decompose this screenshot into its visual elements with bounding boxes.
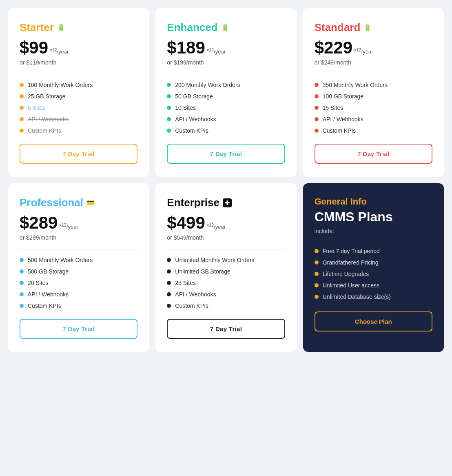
enhanced-price-alt: or $199/month	[167, 59, 285, 66]
dot-icon	[20, 258, 24, 262]
dot-icon	[315, 272, 319, 276]
professional-name-text: Professional	[20, 196, 83, 209]
pricing-grid: Starter 🔋 $99 x12/year or $119/month 100…	[8, 8, 444, 352]
list-item: API / Webhooks	[315, 116, 432, 122]
list-item: API / Webhooks	[167, 291, 285, 298]
enterprise-price-suffix: x12/year	[207, 222, 226, 230]
sites-link[interactable]: 5 Sites	[28, 105, 45, 111]
list-item: Free 7 day Trial period	[315, 248, 432, 254]
starter-divider	[20, 74, 137, 74]
list-item: Custom KPIs	[20, 303, 137, 309]
professional-price: $289	[20, 213, 58, 233]
professional-price-row: $289 x12/year	[20, 213, 137, 233]
dot-icon	[167, 117, 171, 121]
list-item: 100 GB Storage	[315, 93, 432, 100]
dot-icon	[167, 129, 171, 133]
enterprise-divider	[167, 249, 285, 249]
starter-price-alt: or $119/month	[20, 59, 137, 66]
professional-divider	[20, 249, 137, 249]
dot-icon	[20, 292, 24, 296]
professional-trial-button[interactable]: 7 Day Trial	[20, 319, 137, 339]
list-item: 25 GB Storage	[20, 93, 137, 100]
dot-icon	[167, 292, 171, 296]
dot-icon	[167, 269, 171, 274]
dot-icon	[20, 94, 24, 98]
starter-price-suffix: x12/year	[50, 47, 69, 55]
list-item: 5 Sites	[20, 105, 137, 111]
list-item: 15 Sites	[315, 105, 432, 111]
choose-plan-button[interactable]: Choose Plan	[315, 311, 432, 331]
list-item: 200 Monthly Work Orders	[167, 82, 285, 88]
standard-icon: 🔋	[363, 24, 372, 31]
dot-icon	[20, 304, 24, 308]
enhanced-name-text: Enhanced	[167, 21, 217, 34]
enterprise-plan-name: Enterprise ✚	[167, 196, 285, 209]
starter-name-text: Starter	[20, 21, 54, 34]
list-item: API / Webhooks	[20, 291, 137, 298]
professional-plan-name: Professional 💳	[20, 196, 137, 209]
enhanced-divider	[167, 74, 285, 74]
standard-price-row: $229 x12/year	[315, 38, 432, 58]
dot-icon	[20, 117, 24, 121]
professional-card: Professional 💳 $289 x12/year or $299/mon…	[8, 183, 149, 352]
general-info-features: Free 7 day Trial period Grandfathered Pr…	[315, 248, 432, 300]
enhanced-card: Enhanced 🔋 $189 x12/year or $199/month 2…	[155, 8, 296, 177]
standard-price: $229	[315, 38, 352, 58]
enterprise-features: Unlimited Monthly Work Orders Unlimited …	[167, 257, 285, 309]
list-item: Unlimited GB Storage	[167, 268, 285, 275]
dot-icon	[20, 106, 24, 110]
list-item: 500 GB Storage	[20, 268, 137, 275]
list-item: API / Webhooks	[20, 116, 137, 122]
enhanced-price-row: $189 x12/year	[167, 38, 285, 58]
enterprise-icon: ✚	[223, 198, 232, 207]
professional-price-alt: or $299/month	[20, 234, 137, 241]
starter-price: $99	[20, 38, 48, 58]
list-item: 10 Sites	[167, 105, 285, 111]
list-item: 350 Monthly Work Orders	[315, 82, 432, 88]
enterprise-price: $499	[167, 213, 205, 233]
enhanced-price-suffix: x12/year	[207, 47, 226, 55]
enterprise-card: Enterprise ✚ $499 x12/year or $549/month…	[155, 183, 296, 352]
enterprise-price-alt: or $549/month	[167, 234, 285, 241]
dot-icon	[315, 249, 319, 253]
list-item: Lifetime Upgrades	[315, 271, 432, 277]
professional-price-suffix: x12/year	[59, 222, 78, 230]
enhanced-features: 200 Monthly Work Orders 50 GB Storage 10…	[167, 82, 285, 134]
dot-icon	[315, 117, 319, 121]
dot-icon	[315, 106, 319, 110]
standard-trial-button[interactable]: 7 Day Trial	[315, 144, 432, 164]
dot-icon	[167, 106, 171, 110]
list-item: 50 GB Storage	[167, 93, 285, 100]
standard-price-alt: or $249/month	[315, 59, 432, 66]
enhanced-trial-button[interactable]: 7 Day Trial	[167, 144, 285, 164]
dot-icon	[20, 83, 24, 87]
list-item: 500 Monthly Work Orders	[20, 257, 137, 263]
list-item: Custom KPIs	[167, 127, 285, 134]
starter-card: Starter 🔋 $99 x12/year or $119/month 100…	[8, 8, 149, 177]
enhanced-price: $189	[167, 38, 205, 58]
starter-trial-button[interactable]: 7 Day Trial	[20, 144, 137, 164]
list-item: API / Webhooks	[167, 116, 285, 122]
dot-icon	[315, 129, 319, 133]
general-info-label: General Info	[315, 196, 432, 207]
list-item: 20 Sites	[20, 280, 137, 286]
starter-icon: 🔋	[57, 24, 65, 31]
enhanced-icon: 🔋	[221, 24, 229, 31]
list-item: Custom KPIs	[315, 127, 432, 134]
professional-features: 500 Monthly Work Orders 500 GB Storage 2…	[20, 257, 137, 309]
enterprise-price-row: $499 x12/year	[167, 213, 285, 233]
list-item: Grandfathered Pricing	[315, 259, 432, 266]
list-item: Unlimited Database size(s)	[315, 294, 432, 300]
dot-icon	[167, 304, 171, 308]
starter-plan-name: Starter 🔋	[20, 21, 137, 34]
dot-icon	[315, 94, 319, 98]
dot-icon	[167, 83, 171, 87]
enterprise-trial-button[interactable]: 7 Day Trial	[167, 319, 285, 339]
dot-icon	[167, 258, 171, 262]
dot-icon	[20, 129, 24, 133]
general-info-title: CMMS Plans	[315, 209, 432, 225]
enhanced-plan-name: Enhanced 🔋	[167, 21, 285, 34]
standard-name-text: Standard	[315, 21, 361, 34]
dot-icon	[315, 260, 319, 265]
dot-icon	[167, 94, 171, 98]
